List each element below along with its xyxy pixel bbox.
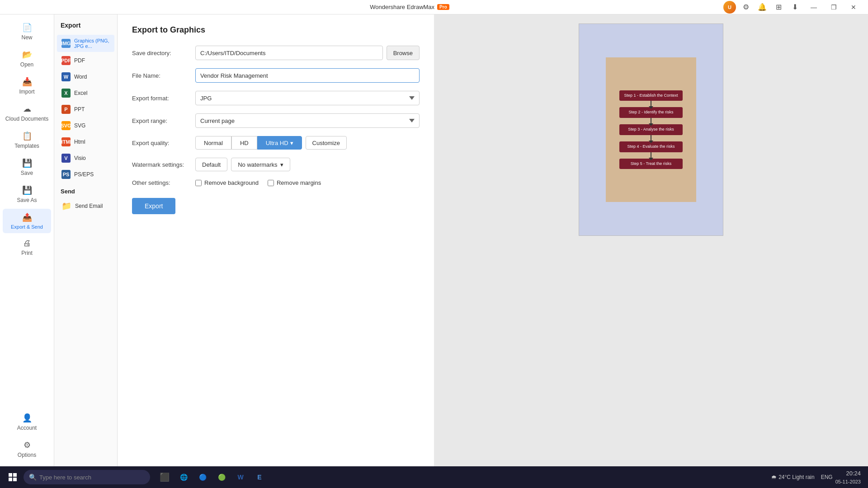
sidebar-import-label: Import xyxy=(19,89,34,95)
export-visio-item[interactable]: V Visio xyxy=(57,150,114,166)
quality-ultrahd-button[interactable]: Ultra HD ▾ xyxy=(257,136,302,150)
remove-background-item[interactable]: Remove background xyxy=(195,179,259,186)
quality-normal-button[interactable]: Normal xyxy=(195,136,231,150)
preview-canvas: Step 1 - Establish the Context Step 2 - … xyxy=(579,23,723,236)
ppt-label: PPT xyxy=(74,106,85,113)
quality-hd-button[interactable]: HD xyxy=(231,136,257,150)
search-icon: 🔍 xyxy=(29,474,37,481)
sidebar-item-cloud[interactable]: ☁ Cloud Documents xyxy=(3,100,51,126)
flow-arrow-2 xyxy=(651,118,651,124)
settings-icon[interactable]: ⚙ xyxy=(740,1,752,14)
browse-button[interactable]: Browse xyxy=(387,46,420,60)
account-icon: 👤 xyxy=(22,413,32,423)
remove-background-label: Remove background xyxy=(204,179,259,186)
remove-background-checkbox[interactable] xyxy=(195,180,202,186)
export-format-label: Export format: xyxy=(132,95,195,102)
watermark-buttons: Default No watermarks ▾ xyxy=(195,158,420,171)
restore-button[interactable]: ❐ xyxy=(825,0,843,14)
export-graphics-item[interactable]: IMG Graphics (PNG, JPG e... xyxy=(57,35,114,52)
send-email-item[interactable]: 📁 Send Email xyxy=(57,198,114,214)
sidebar-account-label: Account xyxy=(17,425,37,431)
templates-icon: 📋 xyxy=(22,131,32,141)
quality-buttons-group: Normal HD Ultra HD ▾ Customize xyxy=(195,136,420,150)
export-range-control: Current page All pages Selected objects xyxy=(195,113,420,128)
sidebar-item-print[interactable]: 🖨 Print xyxy=(3,235,51,260)
minimize-button[interactable]: — xyxy=(805,0,823,14)
taskbar-app-taskview[interactable]: ⬛ xyxy=(156,468,174,486)
avatar[interactable]: U xyxy=(723,1,736,14)
html-icon: HTML xyxy=(61,137,71,146)
export-ppt-item[interactable]: P PPT xyxy=(57,102,114,117)
close-button[interactable]: ✕ xyxy=(844,0,863,14)
export-svg-item[interactable]: SVG SVG xyxy=(57,118,114,133)
save-directory-row: Save directory: Browse xyxy=(132,46,420,60)
excel-label: Excel xyxy=(74,90,87,96)
secondary-sidebar-title: Export xyxy=(54,18,117,34)
export-pdf-item[interactable]: PDF PDF xyxy=(57,53,114,68)
sidebar-cloud-label: Cloud Documents xyxy=(5,116,48,122)
sidebar-item-import[interactable]: 📥 Import xyxy=(3,73,51,99)
sidebar-templates-label: Templates xyxy=(14,143,39,149)
watermark-default-button[interactable]: Default xyxy=(195,158,227,171)
chevron-down-icon: ▾ xyxy=(290,140,293,146)
sidebar-item-save[interactable]: 💾 Save xyxy=(3,155,51,180)
sidebar-item-options[interactable]: ⚙ Options xyxy=(3,436,51,462)
search-bar: 🔍 xyxy=(24,470,150,484)
checkbox-row: Remove background Remove margins xyxy=(195,179,420,186)
sidebar-item-templates[interactable]: 📋 Templates xyxy=(3,127,51,153)
other-settings-row: Other settings: Remove background Remove… xyxy=(132,179,420,186)
sidebar-item-new[interactable]: 📄 New xyxy=(3,19,51,44)
word-icon: W xyxy=(61,72,71,81)
save-icon: 💾 xyxy=(22,158,32,168)
clock-date: 05-11-2023 xyxy=(835,478,861,486)
remove-margins-item[interactable]: Remove margins xyxy=(268,179,321,186)
export-button[interactable]: Export xyxy=(132,198,175,214)
taskbar-app-browser2[interactable]: 🔵 xyxy=(193,468,212,486)
import-icon: 📥 xyxy=(22,77,32,87)
send-section-title: Send xyxy=(54,183,117,197)
weather-icon: 🌧 xyxy=(771,474,777,480)
start-button[interactable] xyxy=(4,468,22,486)
grid-icon[interactable]: ⊞ xyxy=(772,1,785,14)
sidebar-new-label: New xyxy=(21,34,32,41)
export-pseps-item[interactable]: PS PS/EPS xyxy=(57,167,114,182)
sidebar-item-account[interactable]: 👤 Account xyxy=(3,409,51,435)
customize-button[interactable]: Customize xyxy=(306,136,347,150)
visio-icon: V xyxy=(61,154,71,163)
export-excel-item[interactable]: X Excel xyxy=(57,85,114,101)
bell-icon[interactable]: 🔔 xyxy=(756,1,769,14)
file-name-input[interactable] xyxy=(195,68,420,83)
export-html-item[interactable]: HTML Html xyxy=(57,134,114,150)
ppt-icon: P xyxy=(61,105,71,114)
titlebar: Wondershare EdrawMax Pro U ⚙ 🔔 ⊞ ⬇ — ❐ ✕ xyxy=(0,0,868,14)
print-icon: 🖨 xyxy=(23,239,31,248)
pdf-label: PDF xyxy=(74,57,85,64)
export-format-select[interactable]: JPG PNG SVG BMP xyxy=(195,91,420,105)
flow-step-1: Step 1 - Establish the Context xyxy=(619,90,683,101)
search-input[interactable] xyxy=(39,474,139,481)
remove-margins-checkbox[interactable] xyxy=(268,180,274,186)
file-name-row: File Name: xyxy=(132,68,420,83)
preview-area: Step 1 - Establish the Context Step 2 - … xyxy=(434,14,868,466)
sidebar-item-open[interactable]: 📂 Open xyxy=(3,46,51,71)
taskbar-app-edraw[interactable]: E xyxy=(250,468,269,486)
flow-arrow-3 xyxy=(651,135,651,141)
excel-icon: X xyxy=(61,89,71,98)
language-indicator: ENG xyxy=(821,474,833,480)
watermark-option-button[interactable]: No watermarks ▾ xyxy=(231,158,290,171)
pro-badge: Pro xyxy=(437,4,449,10)
watermark-row: Watermark settings: Default No watermark… xyxy=(132,158,420,171)
visio-label: Visio xyxy=(74,155,86,161)
taskbar-app-browser1[interactable]: 🌐 xyxy=(175,468,193,486)
sidebar-item-saveas[interactable]: 💾 Save As xyxy=(3,182,51,207)
remove-margins-label: Remove margins xyxy=(277,179,321,186)
save-directory-input[interactable] xyxy=(195,46,383,60)
export-range-select[interactable]: Current page All pages Selected objects xyxy=(195,113,420,128)
open-icon: 📂 xyxy=(22,50,32,60)
taskbar-app-word[interactable]: W xyxy=(231,468,250,486)
export-word-item[interactable]: W Word xyxy=(57,69,114,84)
taskbar-app-browser3[interactable]: 🟢 xyxy=(212,468,231,486)
download-icon[interactable]: ⬇ xyxy=(788,1,801,14)
sidebar-open-label: Open xyxy=(20,61,33,68)
sidebar-item-export[interactable]: 📤 Export & Send xyxy=(3,209,51,233)
